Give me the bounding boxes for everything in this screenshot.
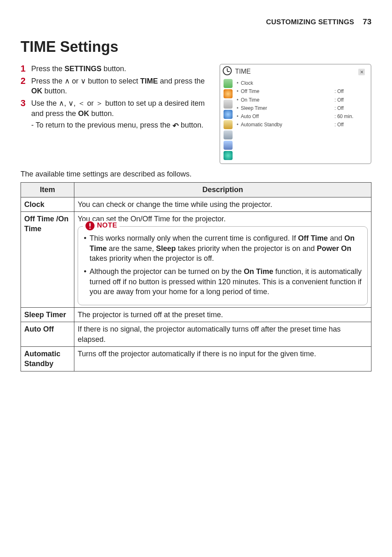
note-item: Although the projector can be turned on …: [83, 267, 362, 297]
row-label-autostby: Automatic Standby: [21, 346, 74, 371]
offtime-keyword: Off Time: [298, 234, 328, 242]
right-icon: ＞: [96, 99, 103, 107]
sleep-keyword: Sleep: [156, 244, 176, 253]
row-label-autooff: Auto Off: [21, 322, 74, 347]
settings-keyword: SETTINGS: [65, 65, 101, 73]
page-header: CUSTOMIZING SETTINGS 73: [21, 16, 371, 27]
poweron-keyword: Power On: [317, 244, 351, 253]
menu-item-autostandby[interactable]: •Automatic Standby: Off: [237, 121, 367, 129]
ok-keyword: OK: [78, 109, 89, 118]
menu-items: •Clock •Off Time: Off •On Time: Off •Sle…: [237, 79, 367, 160]
sep: or: [85, 99, 96, 107]
left-icon: ＜: [78, 99, 85, 107]
row-desc-offon: You can set the On/Off Time for the proj…: [74, 212, 371, 308]
note-label: NOTE: [97, 221, 117, 230]
menu-item-label: Sleep Timer: [241, 105, 334, 111]
time-keyword: TIME: [140, 77, 158, 85]
col-item: Item: [21, 183, 74, 197]
row-desc-sleep: The projector is turned off at the prese…: [74, 308, 371, 322]
step-text: button to select: [86, 77, 140, 85]
menu-item-label: Clock: [241, 80, 334, 86]
menu-cat-icon[interactable]: [224, 110, 233, 119]
page-number: 73: [363, 17, 371, 26]
note-text: takes priority when the projector is off…: [90, 254, 214, 262]
note-text: and: [328, 234, 344, 242]
menu-item-label: Automatic Standby: [241, 121, 334, 128]
page-title: TIME Settings: [21, 37, 371, 57]
menu-title: TIME: [235, 67, 251, 76]
up-icon: ∧: [59, 99, 64, 107]
menu-item-value: : Off: [334, 88, 367, 95]
table-row: Sleep Timer The projector is turned off …: [21, 308, 371, 322]
note-box: NOTE This works normally only when the c…: [78, 226, 368, 305]
step-3: 3 Use the ∧, ∨, ＜ or ＞ button to set up …: [21, 98, 215, 130]
down-icon: ∨: [68, 99, 74, 107]
menu-item-label: Auto Off: [241, 113, 334, 120]
settings-table: Item Description Clock You can check or …: [21, 182, 371, 371]
menu-item-label: Off Time: [241, 88, 334, 95]
sep: ,: [74, 99, 78, 107]
menu-item-ontime[interactable]: •On Time: Off: [237, 96, 367, 104]
menu-item-offtime[interactable]: •Off Time: Off: [237, 87, 367, 95]
step-subtext: - To return to the previous menu, press …: [31, 121, 173, 129]
step-text: and press the: [158, 77, 205, 85]
menu-sidebar-icons: [224, 79, 233, 160]
row-label-offon: Off Time /On Time: [21, 212, 74, 308]
time-menu-preview: TIME ✕ •Clock •Off Time: Off •On Time: O…: [219, 64, 371, 165]
menu-cat-icon[interactable]: [224, 89, 233, 98]
intro-text: The available time settings are describe…: [21, 169, 371, 179]
step-text: or: [70, 77, 81, 85]
step-number: 1: [21, 64, 28, 74]
step-subtext: button.: [179, 121, 203, 129]
note-text: takes priority when the projector is on …: [176, 244, 317, 253]
down-icon: ∨: [81, 77, 86, 85]
ontime-keyword: On Time: [244, 267, 273, 276]
menu-cat-icon[interactable]: [224, 151, 233, 160]
menu-cat-icon[interactable]: [224, 79, 233, 88]
table-row: Automatic Standby Turns off the projecto…: [21, 346, 371, 371]
step-2: 2 Press the ∧ or ∨ button to select TIME…: [21, 76, 215, 96]
row-desc-autostby: Turns off the projector automatically if…: [74, 346, 371, 371]
step-text: Press the: [31, 65, 65, 73]
menu-item-autooff[interactable]: •Auto Off: 60 min.: [237, 112, 367, 121]
menu-cat-icon[interactable]: [224, 130, 233, 139]
back-icon: ↶: [173, 121, 179, 131]
offon-lead: You can set the On/Off Time for the proj…: [78, 214, 368, 224]
menu-item-value: : Off: [334, 97, 367, 103]
row-label-sleep: Sleep Timer: [21, 308, 74, 322]
menu-item-value: [334, 80, 367, 86]
menu-item-clock[interactable]: •Clock: [237, 79, 367, 87]
note-text: are the same,: [107, 244, 156, 253]
menu-item-sleeptimer[interactable]: •Sleep Timer: Off: [237, 104, 367, 112]
menu-item-value: : Off: [334, 121, 367, 128]
note-item: This works normally only when the curren…: [83, 233, 362, 263]
step-text: Use the: [31, 99, 59, 107]
ok-keyword: OK: [31, 87, 42, 95]
step-number: 3: [21, 98, 28, 130]
menu-item-value: : Off: [334, 105, 367, 111]
table-row: Auto Off If there is no signal, the proj…: [21, 322, 371, 347]
step-text: button.: [42, 87, 67, 95]
row-label-clock: Clock: [21, 197, 74, 211]
sep: ,: [64, 99, 68, 107]
step-number: 2: [21, 76, 28, 96]
section-label: CUSTOMIZING SETTINGS: [266, 18, 354, 26]
note-icon: [85, 221, 95, 230]
note-text: Although the projector can be turned on …: [90, 267, 244, 276]
table-row: Clock You can check or change the time w…: [21, 197, 371, 211]
row-desc-autooff: If there is no signal, the projector aut…: [74, 322, 371, 347]
steps-list: 1 Press the SETTINGS button. 2 Press the…: [21, 64, 215, 133]
clock-icon: [223, 66, 232, 75]
up-icon: ∧: [65, 77, 70, 85]
close-icon[interactable]: ✕: [358, 69, 365, 75]
step-text: Press the: [31, 77, 65, 85]
table-row: Off Time /On Time You can set the On/Off…: [21, 212, 371, 308]
col-description: Description: [74, 183, 371, 197]
menu-cat-icon[interactable]: [224, 141, 233, 150]
step-1: 1 Press the SETTINGS button.: [21, 64, 215, 74]
step-text: button.: [89, 109, 114, 118]
menu-cat-icon[interactable]: [224, 100, 233, 109]
step-text: button.: [101, 65, 126, 73]
menu-item-value: : 60 min.: [334, 113, 367, 120]
menu-cat-icon[interactable]: [224, 120, 233, 129]
